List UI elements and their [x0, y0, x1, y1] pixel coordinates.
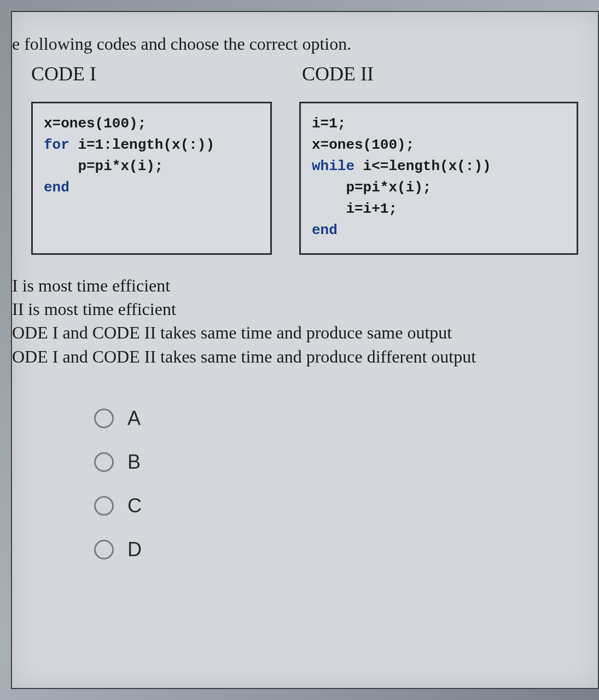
answers-block: I is most time efficient II is most time… — [12, 274, 598, 369]
code-header-1: CODE I — [12, 62, 302, 85]
option-c[interactable]: C — [94, 494, 598, 517]
code2-line1: i=1; — [312, 115, 346, 132]
code1-line1: x=ones(100); — [44, 115, 146, 132]
option-c-label: C — [127, 494, 142, 517]
code1-line2-rest: i=1:length(x(:)) — [69, 137, 214, 153]
codes-row: x=ones(100); for i=1:length(x(:)) p=pi*x… — [12, 102, 598, 255]
radio-icon — [94, 452, 114, 472]
options-block: A B C D — [12, 407, 598, 561]
answer-text-a: I is most time efficient — [12, 274, 598, 298]
answer-text-d: ODE I and CODE II takes same time and pr… — [12, 345, 598, 369]
radio-icon — [94, 540, 114, 559]
radio-icon — [94, 496, 114, 516]
page-container: e following codes and choose the correct… — [11, 11, 599, 689]
question-prompt: e following codes and choose the correct… — [12, 34, 598, 54]
option-d[interactable]: D — [94, 538, 598, 561]
code1-for-keyword: for — [44, 137, 69, 153]
code1-end-keyword: end — [44, 179, 69, 196]
answer-text-b: II is most time efficient — [12, 298, 598, 321]
code2-line2: x=ones(100); — [312, 137, 414, 153]
code-headers-row: CODE I CODE II — [12, 62, 598, 85]
option-a[interactable]: A — [94, 407, 598, 430]
code2-line4: p=pi*x(i); — [312, 179, 431, 196]
option-d-label: D — [127, 538, 142, 561]
radio-icon — [94, 409, 114, 428]
code2-line5: i=i+1; — [312, 201, 397, 217]
code1-line3: p=pi*x(i); — [44, 158, 163, 174]
answer-text-c: ODE I and CODE II takes same time and pr… — [12, 321, 598, 345]
option-b-label: B — [127, 451, 141, 474]
code-box-1: x=ones(100); for i=1:length(x(:)) p=pi*x… — [31, 102, 272, 255]
code2-line3-rest: i<=length(x(:)) — [354, 158, 491, 174]
code-header-2: CODE II — [302, 62, 374, 85]
option-a-label: A — [127, 407, 141, 430]
option-b[interactable]: B — [94, 451, 598, 474]
code-box-2: i=1; x=ones(100); while i<=length(x(:)) … — [299, 102, 578, 255]
code2-while-keyword: while — [312, 158, 354, 174]
code2-end-keyword: end — [312, 222, 338, 238]
